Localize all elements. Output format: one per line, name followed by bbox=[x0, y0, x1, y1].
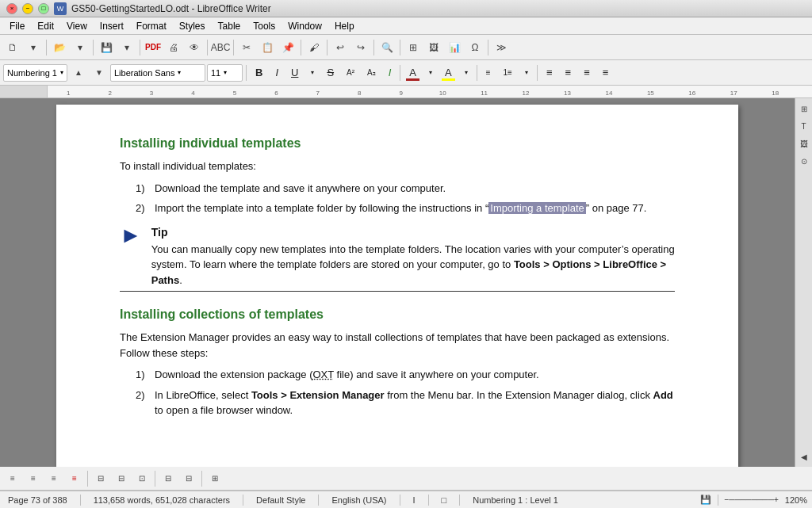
bold-button[interactable]: B bbox=[250, 63, 268, 82]
list-unordered[interactable]: ≡ bbox=[481, 63, 496, 82]
clone-format[interactable]: 🖌 bbox=[304, 38, 324, 57]
tip-title: Tip bbox=[151, 226, 675, 239]
close-button[interactable]: × bbox=[6, 3, 17, 14]
new-button[interactable]: 🗋 bbox=[3, 38, 22, 57]
style-down[interactable]: ▼ bbox=[90, 63, 109, 82]
para-btn-4[interactable]: ≡ bbox=[65, 469, 84, 488]
list-item-text: Download the template and save it anywhe… bbox=[155, 181, 446, 197]
copy-button[interactable]: 📋 bbox=[258, 38, 277, 57]
find-button[interactable]: 🔍 bbox=[377, 38, 396, 57]
document-container[interactable]: Installing individual templates To insta… bbox=[0, 98, 795, 467]
menu-tools[interactable]: Tools bbox=[247, 19, 282, 33]
para-btn-6[interactable]: ⊟ bbox=[112, 469, 131, 488]
font-color-button[interactable]: A bbox=[404, 63, 422, 82]
save-button[interactable]: 💾 bbox=[97, 38, 116, 57]
para-sep3 bbox=[201, 471, 202, 487]
open-button[interactable]: 📂 bbox=[50, 38, 69, 57]
status-sep4 bbox=[400, 495, 400, 506]
open-dropdown[interactable]: ▾ bbox=[71, 38, 90, 57]
para-btn-3[interactable]: ≡ bbox=[44, 469, 63, 488]
new-dropdown[interactable]: ▾ bbox=[24, 38, 43, 57]
para-btn-1[interactable]: ≡ bbox=[3, 469, 22, 488]
highlight-dropdown[interactable]: ▾ bbox=[459, 63, 473, 82]
sep10 bbox=[488, 40, 488, 55]
menu-window[interactable]: Window bbox=[282, 19, 328, 33]
menu-file[interactable]: File bbox=[3, 19, 31, 33]
spell-button[interactable]: ABC bbox=[211, 38, 230, 57]
para-btn-2[interactable]: ≡ bbox=[24, 469, 43, 488]
section2-heading: Installing collections of templates bbox=[120, 307, 675, 322]
strikethrough-button[interactable]: S bbox=[321, 63, 339, 82]
list-ordered[interactable]: 1≡ bbox=[498, 63, 518, 82]
oxt-abbr: OXT bbox=[312, 369, 334, 380]
superscript-button[interactable]: A² bbox=[341, 63, 360, 82]
italic2-button[interactable]: I bbox=[383, 63, 397, 82]
menu-edit[interactable]: Edit bbox=[31, 19, 60, 33]
tip-box: ► Tip You can manually copy new template… bbox=[120, 226, 675, 292]
print-button[interactable]: 🖨 bbox=[164, 38, 183, 57]
para-btn-8[interactable]: ⊟ bbox=[159, 469, 178, 488]
insert-image[interactable]: 🖼 bbox=[424, 38, 443, 57]
preview-button[interactable]: 👁 bbox=[185, 38, 204, 57]
italic-button[interactable]: I bbox=[270, 63, 284, 82]
align-left[interactable]: ≡ bbox=[541, 63, 558, 82]
titlebar: × − □ W GS50-GettingStartedLO.odt - Libr… bbox=[0, 0, 812, 17]
font-size-dropdown[interactable]: 11 ▾ bbox=[207, 64, 243, 82]
sep8 bbox=[373, 40, 374, 55]
fmt-sep3 bbox=[477, 65, 477, 81]
list-dropdown[interactable]: ▾ bbox=[519, 63, 534, 82]
underline-dropdown[interactable]: ▾ bbox=[305, 63, 320, 82]
align-right[interactable]: ≡ bbox=[578, 63, 596, 82]
fmt-sep1 bbox=[246, 65, 247, 81]
cursor-icon: I bbox=[410, 495, 419, 505]
window-title: GS50-GettingStartedLO.odt - LibreOffice … bbox=[71, 3, 271, 14]
menu-insert[interactable]: Insert bbox=[94, 19, 130, 33]
menubar: File Edit View Insert Format Styles Tabl… bbox=[0, 17, 812, 35]
zoom-slider[interactable]: −────────+ bbox=[725, 495, 779, 504]
statusbar-right: 💾 −────────+ 120% bbox=[700, 495, 808, 506]
menu-help[interactable]: Help bbox=[328, 19, 361, 33]
menu-styles[interactable]: Styles bbox=[173, 19, 212, 33]
tip-text: You can manually copy new templates into… bbox=[151, 242, 675, 288]
highlight-button[interactable]: A bbox=[439, 63, 458, 82]
font-dropdown[interactable]: Liberation Sans ▾ bbox=[110, 64, 205, 82]
sep2 bbox=[93, 40, 94, 55]
paragraph-style-dropdown[interactable]: Numbering 1 ▾ bbox=[3, 64, 67, 82]
menu-format[interactable]: Format bbox=[130, 19, 173, 33]
document-page: Installing individual templates To insta… bbox=[56, 105, 738, 467]
sidebar-btn-2[interactable]: T bbox=[797, 119, 811, 133]
menu-view[interactable]: View bbox=[60, 19, 94, 33]
insert-special[interactable]: Ω bbox=[465, 38, 485, 57]
pdf-button[interactable]: PDF bbox=[144, 38, 163, 57]
redo-button[interactable]: ↪ bbox=[351, 38, 370, 57]
paste-button[interactable]: 📌 bbox=[278, 38, 297, 57]
subscript-button[interactable]: A₂ bbox=[362, 63, 381, 82]
insert-chart[interactable]: 📊 bbox=[445, 38, 464, 57]
style-up[interactable]: ▲ bbox=[69, 63, 88, 82]
undo-button[interactable]: ↩ bbox=[331, 38, 350, 57]
default-style: Default Style bbox=[253, 495, 308, 505]
insert-table[interactable]: ⊞ bbox=[404, 38, 423, 57]
sidebar-btn-1[interactable]: ⊞ bbox=[797, 101, 811, 116]
sidebar-collapse[interactable]: ◀ bbox=[797, 449, 811, 464]
section1-heading: Installing individual templates bbox=[120, 136, 675, 151]
align-justify[interactable]: ≡ bbox=[597, 63, 615, 82]
save-dropdown[interactable]: ▾ bbox=[117, 38, 136, 57]
sidebar-btn-3[interactable]: 🖼 bbox=[797, 136, 811, 151]
para-btn-9[interactable]: ⊟ bbox=[179, 469, 198, 488]
sep3 bbox=[140, 40, 140, 55]
minimize-button[interactable]: − bbox=[22, 3, 33, 14]
para-btn-5[interactable]: ⊟ bbox=[91, 469, 110, 488]
maximize-button[interactable]: □ bbox=[38, 3, 49, 14]
align-center[interactable]: ≡ bbox=[560, 63, 577, 82]
add-bold: Add bbox=[653, 389, 673, 401]
para-btn-7[interactable]: ⊡ bbox=[132, 469, 151, 488]
menu-table[interactable]: Table bbox=[212, 19, 247, 33]
cut-button[interactable]: ✂ bbox=[237, 38, 256, 57]
underline-button[interactable]: U bbox=[285, 63, 304, 82]
sidebar-btn-4[interactable]: ⊙ bbox=[797, 154, 811, 168]
font-color-dropdown[interactable]: ▾ bbox=[423, 63, 438, 82]
tip-bold-text: Tools > Options > LibreOffice > Paths bbox=[151, 258, 666, 286]
more-controls[interactable]: ≫ bbox=[492, 38, 511, 57]
para-btn-10[interactable]: ⊞ bbox=[205, 469, 224, 488]
